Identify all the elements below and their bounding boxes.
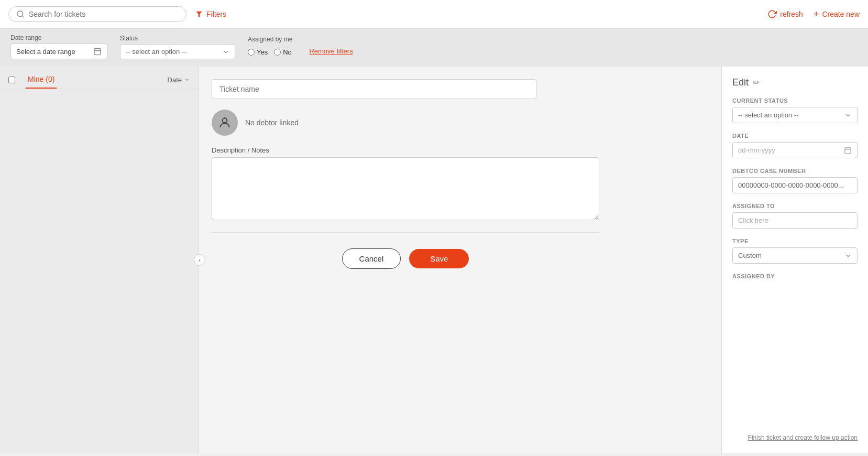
assigned-by-label: ASSIGNED BY xyxy=(732,273,858,279)
middle-content: No debtor linked Description / Notes Can… xyxy=(199,67,721,453)
date-range-input[interactable]: Select a date range xyxy=(10,44,107,59)
divider xyxy=(212,232,599,233)
assigned-to-group: ASSIGNED TO Click here xyxy=(732,203,858,229)
radio-group: Yes No xyxy=(248,45,292,59)
edit-header: Edit ✏ xyxy=(732,77,858,88)
status-group: Status -- select an option -- xyxy=(120,35,235,59)
refresh-label: refresh xyxy=(780,10,803,18)
action-buttons: Cancel Save xyxy=(212,248,599,269)
no-radio-label[interactable]: No xyxy=(274,48,292,56)
current-status-label: CURRENT STATUS xyxy=(732,97,858,104)
sort-icon xyxy=(184,77,190,83)
refresh-icon xyxy=(767,9,777,19)
date-input[interactable]: dd-mm-yyyy xyxy=(732,142,858,158)
no-label: No xyxy=(283,48,292,56)
create-new-label: Create new xyxy=(822,10,860,18)
description-textarea[interactable] xyxy=(212,157,599,220)
top-bar: Filters refresh + Create new xyxy=(0,0,868,29)
date-range-group: Date range Select a date range xyxy=(10,34,107,59)
date-sort[interactable]: Date xyxy=(168,72,190,88)
main-layout: Mine (0) Date ‹ xyxy=(0,67,868,453)
date-calendar-icon xyxy=(844,146,852,154)
date-sort-label: Date xyxy=(168,76,182,84)
date-range-label: Date range xyxy=(10,34,107,41)
status-label: Status xyxy=(120,35,235,42)
status-select[interactable]: -- select an option -- xyxy=(120,44,235,59)
yes-radio-label[interactable]: Yes xyxy=(248,48,268,56)
debtco-group: DEBTCO CASE NUMBER 00000000-0000-0000-00… xyxy=(732,168,858,193)
yes-radio[interactable] xyxy=(248,49,255,56)
description-section: Description / Notes xyxy=(212,146,709,222)
date-label: DATE xyxy=(732,133,858,139)
edit-icon[interactable]: ✏ xyxy=(753,78,760,88)
filter-bar: Date range Select a date range Status --… xyxy=(0,29,868,67)
ticket-name-input[interactable] xyxy=(212,79,536,99)
top-actions: refresh + Create new xyxy=(767,9,860,20)
left-sidebar: Mine (0) Date xyxy=(0,67,199,453)
debtor-avatar xyxy=(212,110,238,136)
assigned-label: Assigned by me xyxy=(248,36,292,43)
chevron-down-icon xyxy=(222,48,229,56)
assigned-to-label: ASSIGNED TO xyxy=(732,203,858,209)
no-radio[interactable] xyxy=(274,49,281,56)
sidebar-tabs: Mine (0) Date xyxy=(0,67,199,89)
svg-rect-3 xyxy=(94,49,101,55)
sidebar-content xyxy=(0,89,199,453)
plus-icon: + xyxy=(814,9,819,20)
search-container[interactable] xyxy=(8,6,186,22)
svg-rect-10 xyxy=(845,148,851,154)
description-label: Description / Notes xyxy=(212,146,709,154)
type-value: Custom xyxy=(738,252,840,259)
current-status-value: -- select an option -- xyxy=(738,111,840,119)
edit-label: Edit xyxy=(732,77,749,88)
type-label: TYPE xyxy=(732,238,858,244)
yes-label: Yes xyxy=(257,48,268,56)
assigned-to-input[interactable]: Click here xyxy=(732,212,858,229)
filter-icon xyxy=(195,10,203,18)
remove-filters-button[interactable]: Remove filters xyxy=(309,47,353,59)
svg-point-7 xyxy=(223,118,227,123)
debtco-label: DEBTCO CASE NUMBER xyxy=(732,168,858,174)
tab-mine-count: (0) xyxy=(46,75,54,83)
debtor-name: No debtor linked xyxy=(245,118,299,127)
type-select[interactable]: Custom xyxy=(732,247,858,264)
cancel-button[interactable]: Cancel xyxy=(342,248,401,269)
date-group: DATE dd-mm-yyyy xyxy=(732,133,858,158)
right-panel: Edit ✏ CURRENT STATUS -- select an optio… xyxy=(721,67,868,453)
svg-marker-2 xyxy=(196,12,202,17)
svg-point-0 xyxy=(17,11,23,17)
save-button[interactable]: Save xyxy=(409,249,469,268)
search-icon xyxy=(16,10,25,18)
assigned-by-group: ASSIGNED BY xyxy=(732,273,858,279)
tab-mine[interactable]: Mine (0) xyxy=(26,71,57,89)
type-chevron-icon xyxy=(844,252,852,259)
current-status-select[interactable]: -- select an option -- xyxy=(732,107,858,123)
sidebar-checkbox[interactable] xyxy=(8,77,15,83)
debtco-value: 00000000-0000-0000-0000-0000... xyxy=(732,177,858,193)
finish-ticket-link[interactable]: Finish ticket and create follow up actio… xyxy=(732,433,858,442)
date-placeholder: dd-mm-yyyy xyxy=(738,146,840,154)
debtor-icon xyxy=(218,116,232,129)
search-input[interactable] xyxy=(29,10,179,18)
svg-line-1 xyxy=(22,16,24,17)
collapse-sidebar-button[interactable]: ‹ xyxy=(194,254,205,266)
filters-label: Filters xyxy=(206,10,226,18)
current-status-group: CURRENT STATUS -- select an option -- xyxy=(732,97,858,123)
filters-button[interactable]: Filters xyxy=(195,10,226,18)
status-placeholder: -- select an option -- xyxy=(126,48,218,56)
chevron-left-icon: ‹ xyxy=(199,257,201,263)
debtor-row: No debtor linked xyxy=(212,110,709,136)
calendar-icon xyxy=(93,47,102,56)
tab-mine-label: Mine xyxy=(28,75,43,83)
create-new-button[interactable]: + Create new xyxy=(814,9,860,20)
status-chevron-icon xyxy=(844,112,852,119)
refresh-button[interactable]: refresh xyxy=(767,9,803,19)
type-group: TYPE Custom xyxy=(732,238,858,264)
assigned-group: Assigned by me Yes No xyxy=(248,36,292,59)
date-range-value: Select a date range xyxy=(16,48,89,56)
